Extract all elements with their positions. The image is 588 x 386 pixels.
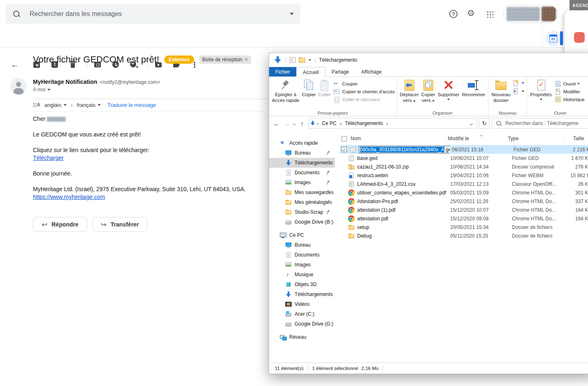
file-row[interactable]: Debug05/11/2020 15:25Dossier de fichiers [340, 231, 588, 240]
back-arrow-icon[interactable]: ← [11, 60, 19, 69]
open-button[interactable]: Ouvrir [555, 81, 585, 87]
explorer-titlebar[interactable]: | | Téléchargements [269, 53, 588, 67]
account-pill[interactable] [503, 5, 558, 23]
quick-access-toolbar-caret-icon[interactable] [309, 59, 311, 61]
sidebar-item[interactable]: Vidéos [269, 299, 335, 309]
tab-accueil[interactable]: Accueil [296, 67, 325, 77]
quick-access-properties-icon[interactable] [290, 57, 295, 63]
file-row[interactable]: LAhmed-En-4_3_2021.csv17/03/2021 12:13Cl… [340, 180, 588, 188]
search-placeholder[interactable]: Rechercher dans les messages [30, 10, 290, 18]
sidebar-item[interactable]: Studio-Scrap [269, 207, 335, 217]
row-checkbox[interactable]: ✓ [342, 147, 347, 152]
translate-message-link[interactable]: Traduire le message [107, 102, 156, 108]
file-row[interactable]: attestation.pdf15/12/2020 09:08Chrome HT… [340, 214, 588, 223]
search-options-caret-icon[interactable] [290, 13, 294, 15]
sidebar-item[interactable]: Documents [269, 168, 335, 178]
sidebar-item[interactable]: Mes sauvegardes [269, 187, 335, 197]
edit-button[interactable]: Modifier [555, 88, 585, 95]
sidebar-item[interactable]: Téléchargements [269, 289, 335, 299]
recipient-row[interactable]: À moi [33, 87, 160, 92]
easy-access-button[interactable] [512, 88, 524, 95]
breadcrumb-bar[interactable]: › Ce PC › Téléchargements › [308, 118, 477, 129]
sidebar-item[interactable]: Ce PC [269, 230, 335, 240]
move-to-button[interactable]: Déplacer vers [399, 78, 420, 104]
copy-button[interactable]: Copier [300, 78, 317, 98]
agenda-tab[interactable]: AGENDA [569, 0, 588, 11]
sidebar-item[interactable]: Accès rapide [269, 138, 335, 148]
properties-button[interactable]: Propriétés [529, 78, 553, 101]
tab-partage[interactable]: Partage [325, 67, 355, 76]
new-item-button[interactable] [512, 80, 524, 86]
gmail-search-bar[interactable]: Rechercher dans les messages [6, 4, 300, 24]
column-name[interactable]: Nom [351, 136, 445, 141]
sidebar-item[interactable]: Google Drive (G:) [269, 319, 335, 329]
crumb-ce-pc[interactable]: Ce PC [320, 120, 338, 126]
select-all-checkbox[interactable] [342, 136, 347, 141]
rename-input[interactable]: 060c9a_3031860611k0cn31a2940v_A.ged [359, 146, 450, 153]
sidebar-item-label: Musique [295, 272, 313, 277]
pin-to-quick-access-button[interactable]: Épingler àAccès rapide [271, 78, 300, 104]
crumb-telechargements[interactable]: Téléchargements [343, 120, 385, 126]
open-group: Propriétés Ouvrir Modifier Historique [527, 77, 588, 116]
copy-to-button[interactable]: Copier vers [420, 78, 437, 104]
cut-button[interactable]: Couper [333, 81, 395, 87]
details-caret-icon[interactable] [47, 89, 51, 91]
file-size: 337 Ko [570, 199, 588, 204]
file-row[interactable]: restruct.webm19/04/2021 10:06Fichier WEB… [340, 171, 588, 180]
gear-icon[interactable]: ⚙ [467, 8, 475, 18]
nav-back-icon[interactable]: ← [272, 120, 281, 127]
inbox-label-chip[interactable]: Boîte de réception × [199, 55, 251, 64]
sidebar-item[interactable]: Bureau [269, 148, 335, 158]
file-type: Dossier de fichiers [510, 224, 570, 230]
sidebar-item[interactable]: Google Drive (G:) [269, 217, 335, 227]
target-language-dropdown[interactable]: français [77, 102, 101, 108]
history-button[interactable]: Historique [555, 96, 585, 103]
refresh-icon[interactable]: ↻ [479, 118, 490, 129]
file-row[interactable]: setup20/05/2021 15:34Dossier de fichiers [340, 223, 588, 231]
delete-x-icon [442, 79, 455, 91]
file-row[interactable]: base.ged10/06/2021 15:07Fichier GED1 670… [340, 154, 588, 162]
sidebar-item[interactable]: Musique [269, 270, 335, 280]
sidebar-item[interactable]: Images [269, 178, 335, 187]
sidebar-item[interactable]: Documents [269, 250, 335, 260]
quick-access-newfolder-icon[interactable] [299, 57, 305, 63]
sidebar-item[interactable]: Téléchargements [269, 158, 335, 168]
pic-icon [285, 261, 292, 268]
new-folder-button[interactable]: Nouveaudossier [490, 78, 511, 104]
sidebar-item[interactable]: Mes généalogies [269, 197, 335, 207]
file-row[interactable]: attestation (1).pdf15/12/2020 10:07Chrom… [340, 206, 588, 214]
tab-affichage[interactable]: Affichage [355, 67, 388, 76]
column-type[interactable]: Type [505, 134, 564, 143]
sidebar-item[interactable]: Acer (C:) [269, 309, 335, 319]
help-icon[interactable]: ? [449, 10, 458, 18]
download-link[interactable]: Télécharger [33, 155, 64, 161]
source-language-dropdown[interactable]: anglais [44, 102, 67, 108]
tab-fichier[interactable]: Fichier [269, 67, 296, 76]
file-row[interactable]: ✓060c9a_3031860611k0cn31a2940v_A.ged06/2… [340, 145, 588, 154]
column-modified[interactable]: Modifié le [445, 134, 505, 143]
calendar-sidebar-icon[interactable]: 31 [546, 31, 560, 46]
extension-red-icon[interactable] [574, 32, 585, 43]
nav-up-icon[interactable]: ↑ [298, 120, 306, 127]
reply-button[interactable]: ↩ Répondre [33, 217, 87, 232]
remove-label-icon[interactable]: × [245, 57, 248, 62]
column-size[interactable]: Taille [564, 134, 588, 143]
website-link[interactable]: https://www.myheritage.com [33, 194, 105, 200]
sidebar-item[interactable]: Images [269, 260, 335, 270]
sidebar-item[interactable]: Bureau [269, 240, 335, 250]
nav-history-caret-icon[interactable] [293, 121, 297, 125]
address-dropdown-caret-icon[interactable] [468, 120, 475, 126]
forward-button[interactable]: ↪ Transférer [92, 217, 148, 232]
explorer-search-input[interactable]: Rechercher dans : Téléchargeme [492, 118, 588, 129]
apps-grid-icon[interactable] [486, 11, 493, 18]
sidebar-item[interactable]: Réseau [269, 332, 335, 342]
sidebar-item[interactable]: Objets 3D [269, 280, 335, 289]
file-row[interactable]: Attestation-Pro.pdf25/02/2021 11:29Chrom… [340, 197, 588, 206]
copy-path-button[interactable]: Copier le chemin d'accès [333, 88, 395, 95]
file-row[interactable]: utiliser_contenu_etapes_essentielles.pdf… [340, 188, 588, 197]
delete-button[interactable]: Supprimer [436, 78, 460, 101]
pin-icon [326, 160, 331, 165]
file-row[interactable]: cazau1_2021-06-10.zip10/06/2021 14:34Dos… [340, 162, 588, 171]
sidebar-item-label: Documents [295, 252, 320, 258]
rename-button[interactable]: Renommer [461, 78, 487, 98]
